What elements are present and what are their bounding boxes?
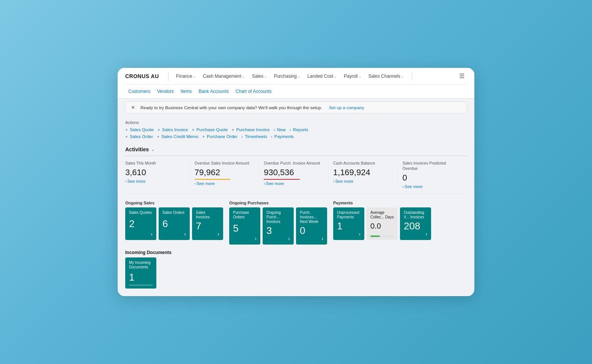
- activities-dropdown-icon[interactable]: ⌄: [151, 147, 154, 152]
- nav-cash-management[interactable]: Cash Management ⌄: [200, 71, 248, 81]
- action-purchase-quote[interactable]: + Purchase Quote: [192, 127, 232, 133]
- action-purchase-order[interactable]: + Purchase Order: [202, 133, 241, 140]
- action-timesheets[interactable]: › Timesheets: [241, 133, 271, 140]
- action-sales-invoice[interactable]: + Sales Invoice: [157, 127, 192, 133]
- tile-my-incoming-documents[interactable]: My Incoming Documents 1: [125, 257, 156, 289]
- tile-sales-quotes-arrow: ›: [151, 231, 153, 237]
- tile-ongoing-purch-invoices[interactable]: Ongoing Purch... Invoices 3 ›: [263, 207, 294, 245]
- kpi-cash-balance-link[interactable]: › See more: [333, 179, 393, 184]
- kpi-row: Sales This Month 3,610 › See more Overdu…: [125, 161, 467, 193]
- nav-payroll[interactable]: Payroll ⌄: [341, 71, 365, 81]
- action-new[interactable]: › New: [274, 127, 290, 133]
- tile-average-collect-days[interactable]: Average Collec... Days 0.0: [367, 207, 398, 240]
- kpi-overdue-purch-value: 930,536: [264, 168, 324, 177]
- banner-setup-link[interactable]: Set up a company: [329, 105, 364, 110]
- action-purchase-invoice[interactable]: + Purchase Invoice: [232, 127, 274, 133]
- nav-link-items[interactable]: Items: [178, 87, 195, 96]
- tile-sales-orders[interactable]: Sales Orders 6 ›: [159, 207, 190, 240]
- kpi-sales-month-value: 3,610: [125, 168, 185, 177]
- nav-divider2: [412, 72, 412, 80]
- incoming-documents-section: Incoming Documents My Incoming Documents…: [125, 250, 467, 289]
- nav-link-vendors[interactable]: Vendors: [154, 87, 177, 96]
- tile-outstanding-invoices-label: Outstanding V... Invoices: [404, 210, 427, 220]
- tile-sales-invoices-label: Sales Invoices: [196, 210, 219, 220]
- ongoing-purchases-tiles: Purchase Orders 5 › Ongoing Purch... Inv…: [229, 207, 327, 245]
- payments-tiles: Unprocessed Payments 1 › Average Collec.…: [333, 207, 431, 240]
- kpi-sales-this-month: Sales This Month 3,610 › See more: [125, 161, 190, 188]
- tile-purch-invoices-next-week[interactable]: Purch. Invoices... Next Week 0 ›: [296, 207, 327, 245]
- action-sales-quote[interactable]: + Sales Quote: [125, 127, 157, 133]
- tile-outstanding-invoices-arrow: ›: [425, 231, 427, 237]
- nav-link-chart-of-accounts[interactable]: Chart of Accounts: [233, 87, 275, 96]
- actions-section: Actions + Sales Quote + Sales Invoice + …: [125, 116, 467, 143]
- action-payments[interactable]: › Payments: [271, 133, 298, 140]
- ongoing-sales-tiles: Sales Quotes 2 › Sales Orders 6 › Sales …: [125, 207, 223, 240]
- kpi-overdue-sales-link[interactable]: › See more: [195, 181, 255, 186]
- ongoing-sales-group: Ongoing Sales Sales Quotes 2 › Sales Ord…: [125, 201, 223, 245]
- ongoing-sales-label: Ongoing Sales: [125, 201, 223, 205]
- tile-incoming-label: My Incoming Documents: [129, 260, 153, 270]
- tile-purch-invoices-next-week-arrow: ›: [321, 235, 323, 242]
- tile-sales-orders-value: 6: [162, 219, 186, 229]
- tile-purchase-orders[interactable]: Purchase Orders 5 ›: [229, 207, 260, 245]
- banner-close-button[interactable]: ✕: [131, 105, 135, 110]
- action-sales-order[interactable]: + Sales Order: [125, 133, 157, 140]
- activities-header: Activities ⌄: [125, 143, 467, 156]
- kpi-overdue-sales-value: 79,962: [195, 168, 255, 177]
- hamburger-menu[interactable]: ☰: [457, 71, 467, 81]
- tile-incoming-underline: [129, 285, 153, 286]
- tile-purchase-orders-arrow: ›: [255, 235, 257, 242]
- tile-sales-quotes-value: 2: [129, 219, 153, 229]
- activities-title: Activities: [125, 146, 149, 152]
- kpi-predicted-overdue-link[interactable]: › See more: [402, 184, 462, 189]
- incoming-documents-tiles: My Incoming Documents 1: [125, 257, 467, 289]
- action-reports[interactable]: › Reports: [290, 127, 312, 133]
- nav-divider: [168, 72, 168, 81]
- kpi-overdue-purch-link[interactable]: › See more: [264, 181, 324, 186]
- tile-outstanding-invoices[interactable]: Outstanding V... Invoices 208 ›: [400, 207, 431, 240]
- kpi-cash-balance-value: 1,169,924: [333, 168, 393, 177]
- tile-avg-collect-label: Average Collec... Days: [370, 210, 394, 220]
- tile-unprocessed-payments-arrow: ›: [359, 231, 361, 237]
- nav-sales-channels[interactable]: Sales Channels ⌄: [365, 71, 407, 81]
- brand-logo: CRONUS AU: [125, 73, 159, 79]
- tile-sales-invoices-value: 7: [196, 221, 219, 231]
- kpi-sales-month-link[interactable]: › See more: [125, 179, 185, 184]
- tile-ongoing-purch-invoices-label: Ongoing Purch... Invoices: [266, 210, 290, 224]
- nav-menu: Finance ⌄ Cash Management ⌄ Sales ⌄ Purc…: [173, 71, 467, 81]
- tile-unprocessed-payments-value: 1: [337, 221, 361, 231]
- tile-unprocessed-payments-label: Unprocessed Payments: [337, 210, 361, 220]
- tile-sales-orders-arrow: ›: [184, 231, 186, 237]
- nav-purchasing[interactable]: Purchasing ⌄: [271, 71, 304, 81]
- tile-ongoing-purch-invoices-value: 3: [266, 226, 290, 235]
- ongoing-purchases-group: Ongoing Purchases Purchase Orders 5 › On…: [229, 201, 327, 245]
- ongoing-purchases-label: Ongoing Purchases: [229, 201, 327, 205]
- nav-finance[interactable]: Finance ⌄: [173, 71, 199, 81]
- kpi-overdue-purch: Overdue Purch. Invoice Amount 930,536 › …: [264, 161, 329, 188]
- payments-group: Payments Unprocessed Payments 1 › Averag…: [333, 201, 431, 245]
- kpi-overdue-sales-label: Overdue Sales Invoice Amount: [195, 161, 255, 166]
- nav-link-customers[interactable]: Customers: [125, 87, 153, 96]
- tile-sales-invoices[interactable]: Sales Invoices 7 ›: [192, 207, 223, 240]
- nav-sales[interactable]: Sales ⌄: [249, 71, 270, 81]
- kpi-predicted-overdue: Sales Invoices Predicted Overdue 0 › See…: [402, 161, 467, 188]
- incoming-documents-label: Incoming Documents: [125, 250, 467, 255]
- tile-sales-orders-label: Sales Orders: [162, 210, 186, 215]
- kpi-predicted-overdue-value: 0: [402, 173, 462, 183]
- nav-landed-cost[interactable]: Landed Cost ⌄: [304, 71, 340, 81]
- tile-sales-invoices-arrow: ›: [217, 231, 219, 237]
- tile-purch-invoices-next-week-label: Purch. Invoices... Next Week: [300, 210, 323, 224]
- kpi-predicted-overdue-label: Sales Invoices Predicted Overdue: [402, 161, 462, 171]
- nav-link-bank-accounts[interactable]: Bank Accounts: [195, 87, 231, 96]
- tile-purchase-orders-value: 5: [233, 223, 257, 233]
- kpi-cash-balance: Cash Accounts Balance 1,169,924 › See mo…: [333, 161, 398, 188]
- actions-label: Actions: [125, 120, 467, 125]
- action-sales-credit-memo[interactable]: + Sales Credit Memo: [157, 133, 202, 140]
- tile-sales-quotes[interactable]: Sales Quotes 2 ›: [125, 207, 156, 240]
- tile-unprocessed-payments[interactable]: Unprocessed Payments 1 ›: [333, 207, 364, 240]
- tile-incoming-value: 1: [129, 272, 153, 282]
- payments-label: Payments: [333, 201, 431, 205]
- tile-avg-collect-progress-fill: [370, 235, 380, 237]
- tile-outstanding-invoices-value: 208: [404, 221, 427, 231]
- kpi-cash-balance-label: Cash Accounts Balance: [333, 161, 393, 166]
